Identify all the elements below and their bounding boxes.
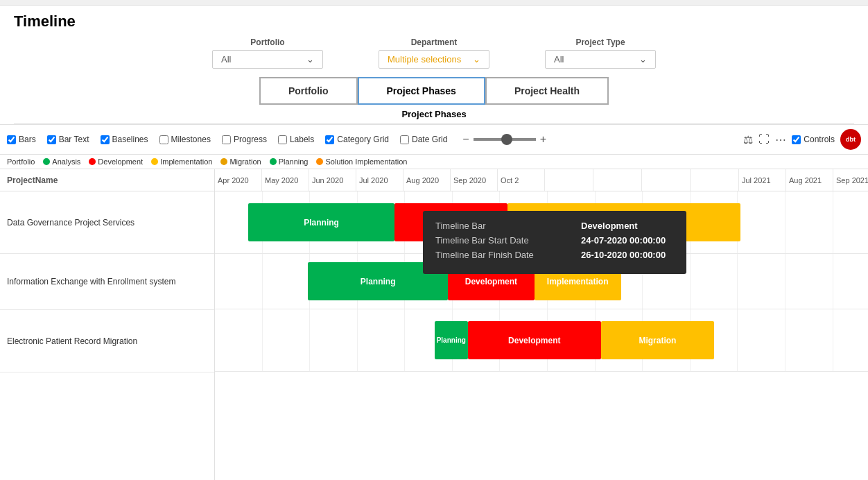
controls-section: ⚖ ⛶ ⋯ Controls dbt — [740, 129, 861, 150]
tab-project-phases[interactable]: Project Phases — [358, 77, 485, 105]
project-type-filter-label: Project Type — [575, 37, 625, 47]
tab-project-health[interactable]: Project Health — [485, 77, 609, 105]
bar-development-proj3[interactable]: Development — [468, 321, 601, 359]
department-filter-label: Department — [411, 37, 458, 47]
months-header: Apr 2020 May 2020 Jun 2020 Jul 2020 Aug … — [215, 169, 868, 191]
milestones-label: Milestones — [171, 135, 211, 144]
brand-text: dbt — [846, 136, 856, 143]
bars-checkbox-input[interactable] — [7, 135, 16, 144]
controls-label: Controls — [804, 135, 835, 144]
bar-label: Development — [465, 277, 517, 286]
portfolio-filter-label: Portfolio — [250, 37, 284, 47]
page: Timeline Portfolio All ⌄ Department Mult… — [0, 0, 868, 480]
portfolio-filter-value: All — [221, 54, 231, 65]
bar-text-checkbox-input[interactable] — [47, 135, 56, 144]
department-chevron-icon: ⌄ — [473, 54, 480, 65]
labels-label: Labels — [290, 135, 314, 144]
date-grid-checkbox[interactable]: Date Grid — [400, 135, 447, 144]
migration-dot — [220, 158, 227, 165]
bars-checkbox[interactable]: Bars — [7, 135, 36, 144]
zoom-in-button[interactable]: + — [540, 133, 546, 146]
project-type-filter: Project Type All ⌄ — [545, 37, 656, 69]
gantt-panel: Apr 2020 May 2020 Jun 2020 Jul 2020 Aug … — [215, 169, 868, 480]
department-filter: Department Multiple selections ⌄ — [379, 37, 489, 69]
development-dot — [89, 158, 96, 165]
nav-tabs: Portfolio Project Phases Project Health — [14, 77, 854, 105]
legend-planning: Planning — [270, 157, 309, 166]
month-oct2020: Oct 2 — [498, 169, 545, 191]
tooltip-value-3: 26-10-2020 00:00:00 — [581, 250, 666, 260]
page-title: Timeline — [14, 12, 854, 31]
bar-planning-proj3[interactable]: Planning — [435, 321, 468, 359]
zoom-slider[interactable] — [474, 138, 536, 141]
bar-label: Planning — [437, 336, 466, 344]
tooltip-row-2: Timeline Bar Start Date 24-07-2020 00:00… — [435, 235, 674, 246]
project-type-filter-value: All — [554, 54, 564, 65]
filter-icon[interactable]: ⚖ — [743, 133, 753, 146]
top-bar — [0, 0, 868, 6]
gantt-row-3: Planning Development Migration — [215, 309, 868, 372]
bar-label: Development — [508, 336, 560, 345]
bars-label: Bars — [19, 135, 36, 144]
month-aug2021: Aug 2021 — [786, 169, 833, 191]
month-sep2021: Sep 2021 — [833, 169, 868, 191]
more-icon[interactable]: ⋯ — [775, 133, 786, 146]
tooltip-row-1: Timeline Bar Development — [435, 221, 674, 231]
department-filter-value: Multiple selections — [388, 54, 461, 65]
planning-dot — [270, 158, 277, 165]
project-type-filter-select[interactable]: All ⌄ — [545, 50, 656, 69]
project-type-chevron-icon: ⌄ — [639, 54, 647, 65]
legend-development: Development — [89, 157, 143, 166]
category-grid-checkbox[interactable]: Category Grid — [325, 135, 389, 144]
project-name-cell: Electronic Patient Record Migration — [0, 314, 144, 369]
legend-solution-impl: Solution Implementation — [316, 157, 407, 166]
month-blank2 — [593, 169, 642, 191]
department-filter-select[interactable]: Multiple selections ⌄ — [379, 50, 489, 69]
category-grid-checkbox-input[interactable] — [325, 135, 334, 144]
labels-checkbox-input[interactable] — [278, 135, 287, 144]
labels-checkbox[interactable]: Labels — [278, 135, 314, 144]
portfolio-filter-select[interactable]: All ⌄ — [212, 50, 323, 69]
controls-checkbox[interactable]: Controls — [792, 135, 835, 144]
date-grid-label: Date Grid — [412, 135, 447, 144]
month-blank4 — [691, 169, 739, 191]
implementation-dot — [151, 158, 158, 165]
date-grid-checkbox-input[interactable] — [400, 135, 409, 144]
progress-checkbox[interactable]: Progress — [222, 135, 267, 144]
month-jul2021: Jul 2021 — [739, 169, 786, 191]
category-grid-label: Category Grid — [337, 135, 389, 144]
legend-portfolio-label: Portfolio — [7, 157, 35, 166]
development-label: Development — [98, 157, 143, 166]
toolbar: Bars Bar Text Baselines Milestones Progr… — [0, 125, 868, 155]
tooltip-label-1: Timeline Bar — [435, 221, 574, 231]
baselines-checkbox-input[interactable] — [101, 135, 110, 144]
bar-label: Planning — [361, 277, 396, 286]
col-header-project-name: ProjectName — [0, 169, 214, 191]
baselines-checkbox[interactable]: Baselines — [101, 135, 148, 144]
zoom-out-button[interactable]: − — [462, 133, 469, 146]
list-item: Electronic Patient Record Migration — [0, 310, 214, 372]
month-jul2020: Jul 2020 — [356, 169, 403, 191]
month-sep2020: Sep 2020 — [451, 169, 498, 191]
month-blank1 — [545, 169, 593, 191]
legend: Portfolio Analysis Development Implement… — [0, 155, 868, 169]
controls-checkbox-input[interactable] — [792, 135, 801, 144]
section-label: Project Phases — [14, 105, 854, 124]
bar-label: Implementation — [547, 277, 609, 286]
progress-checkbox-input[interactable] — [222, 135, 231, 144]
milestones-checkbox-input[interactable] — [159, 135, 168, 144]
bar-label: Migration — [639, 336, 676, 345]
bar-text-checkbox[interactable]: Bar Text — [47, 135, 89, 144]
icons-right: ⚖ ⛶ ⋯ — [743, 133, 786, 146]
tooltip: Timeline Bar Development Timeline Bar St… — [423, 211, 686, 274]
portfolio-filter: Portfolio All ⌄ — [212, 37, 323, 69]
tab-portfolio[interactable]: Portfolio — [259, 77, 358, 105]
bar-planning-proj1[interactable]: Planning — [248, 203, 394, 241]
solution-impl-dot — [316, 158, 323, 165]
expand-icon[interactable]: ⛶ — [758, 133, 770, 146]
bar-migration-proj3[interactable]: Migration — [601, 321, 714, 359]
tooltip-label-3: Timeline Bar Finish Date — [435, 250, 574, 260]
solution-impl-label: Solution Implementation — [325, 157, 407, 166]
legend-migration: Migration — [220, 157, 261, 166]
milestones-checkbox[interactable]: Milestones — [159, 135, 211, 144]
